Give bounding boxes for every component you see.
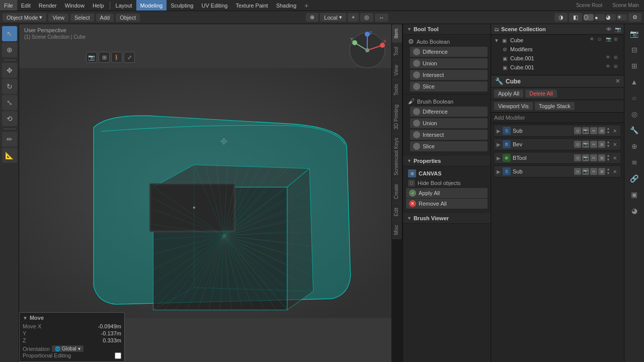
properties-physics-btn[interactable]: ≋ xyxy=(627,155,642,170)
transform-pivot[interactable]: ⊕ xyxy=(306,13,318,22)
mod-sub1-cage[interactable]: ⊞ xyxy=(598,127,605,134)
workspace-layout[interactable]: Layout xyxy=(112,0,136,11)
brush-intersect-btn[interactable]: Intersect xyxy=(410,130,488,140)
cube001-2-vis-btn[interactable]: 👁 xyxy=(606,64,613,71)
mod-bev-down[interactable]: ▼ xyxy=(606,144,610,148)
properties-section-header[interactable]: ▼ Properties xyxy=(403,156,491,166)
modifier-btool-expand[interactable]: ▶ xyxy=(497,155,501,161)
hide-bool-checkbox[interactable]: □ xyxy=(408,179,415,187)
mod-sub1-down[interactable]: ▼ xyxy=(606,131,610,135)
mod-bev-vis-render[interactable]: 📷 xyxy=(582,141,589,148)
apply-all-btn[interactable]: ✓ Apply All xyxy=(406,188,488,198)
modifier-sub-1-expand[interactable]: ▶ xyxy=(497,128,501,134)
cube-visibility-btn[interactable]: 👁 xyxy=(590,37,597,44)
workspace-modeling[interactable]: Modeling xyxy=(136,0,167,11)
scene-item-cube001-1[interactable]: ▣ Cube.001 👁 ⊞ xyxy=(491,54,624,63)
transform-orientation[interactable]: Local ▾ xyxy=(320,13,346,22)
mod-btool-delete[interactable]: ✕ xyxy=(611,154,618,161)
modifier-bev-header[interactable]: ▶ B Bev ⊙ 📷 ✏ ⊞ ▲ ▼ ✕ xyxy=(494,139,621,150)
properties-object-btn[interactable]: ◎ xyxy=(627,107,642,122)
cube001-1-filter-btn[interactable]: ⊞ xyxy=(614,55,621,62)
render-region-btn[interactable]: ⊞ xyxy=(99,52,110,63)
properties-view-btn[interactable]: ⊞ xyxy=(627,58,642,73)
mod-btool-vis-render[interactable]: 📷 xyxy=(582,154,589,161)
move-tool[interactable]: ✥ xyxy=(2,63,17,78)
scene-visibility-btn[interactable]: 👁 xyxy=(606,27,611,32)
scene-item-cube001-2[interactable]: ▣ Cube.001 👁 ⊞ xyxy=(491,63,624,72)
xray-toggle[interactable]: ◧ xyxy=(569,13,582,22)
apply-all-quick-btn[interactable]: Apply All xyxy=(494,89,523,98)
select-tool[interactable]: ↖ xyxy=(2,26,17,41)
mod-sub2-cage[interactable]: ⊞ xyxy=(598,168,605,175)
bool-tool-header[interactable]: ▼ Bool Tool xyxy=(403,24,491,35)
vtab-tool[interactable]: Tool xyxy=(392,42,402,60)
rotate-tool[interactable]: ↻ xyxy=(2,79,17,94)
overlay-toggle[interactable]: ◑ xyxy=(554,13,568,22)
camera-view-btn[interactable]: 📷 xyxy=(86,52,97,63)
auto-difference-btn[interactable]: Difference xyxy=(410,47,488,57)
proportional-checkbox[interactable] xyxy=(115,352,121,359)
mod-sub2-vis-render[interactable]: 📷 xyxy=(582,168,589,175)
properties-world-btn[interactable]: ○ xyxy=(627,90,642,106)
cube-filter-btn[interactable]: ⊞ xyxy=(614,37,621,44)
scene-item-modifiers[interactable]: ⚙ Modifiers xyxy=(491,45,624,54)
properties-output-btn[interactable]: ⊟ xyxy=(627,42,642,57)
mod-btool-vis-edit[interactable]: ✏ xyxy=(590,154,597,161)
solid-mode[interactable]: ● xyxy=(595,14,605,21)
mod-btool-cage[interactable]: ⊞ xyxy=(598,154,605,161)
menu-render[interactable]: Render xyxy=(35,0,61,11)
brush-viewer-section-header[interactable]: ▼ Brush Viewer xyxy=(403,213,491,224)
properties-data-btn[interactable]: ▣ xyxy=(627,187,642,202)
mod-bev-vis-edit[interactable]: ✏ xyxy=(590,141,597,148)
cube001-1-vis-btn[interactable]: 👁 xyxy=(606,55,613,62)
properties-particles-btn[interactable]: ⊕ xyxy=(627,139,642,154)
vtab-misc[interactable]: Misc xyxy=(392,220,402,239)
viewport-vis-btn[interactable]: Viewport Vis xyxy=(494,102,533,110)
properties-constraints-btn[interactable]: 🔗 xyxy=(627,171,642,186)
remove-all-btn[interactable]: ✕ Remove All xyxy=(406,199,488,209)
mod-btool-vis-realtime[interactable]: ⊙ xyxy=(574,154,581,161)
mod-sub2-vis-realtime[interactable]: ⊙ xyxy=(574,168,581,175)
scale-tool[interactable]: ⤡ xyxy=(2,95,17,110)
render-mode[interactable]: ☀ xyxy=(617,14,627,21)
mod-bev-vis-realtime[interactable]: ⊙ xyxy=(574,141,581,148)
brush-difference-btn[interactable]: Difference xyxy=(410,107,488,117)
properties-render-btn[interactable]: 📷 xyxy=(627,26,642,41)
measure-tool[interactable]: 📐 xyxy=(2,148,17,163)
mod-sub1-vis-edit[interactable]: ✏ xyxy=(590,127,597,134)
mode-selector[interactable]: Object Mode ▾ xyxy=(3,13,46,22)
modifier-bev-expand[interactable]: ▶ xyxy=(497,142,501,147)
modifier-sub-2-header[interactable]: ▶ S Sub ⊙ 📷 ✏ ⊞ ▲ ▼ ✕ xyxy=(494,166,621,177)
select-menu[interactable]: Select xyxy=(70,14,94,22)
object-menu[interactable]: Object xyxy=(116,14,140,22)
properties-modifier-btn[interactable]: 🔧 xyxy=(627,123,642,138)
mod-sub1-delete[interactable]: ✕ xyxy=(611,127,618,134)
cube-viewport-btn[interactable]: ⊙ xyxy=(598,37,605,44)
orientation-selector[interactable]: 🌐 Global ▾ xyxy=(52,345,84,352)
vtab-edit[interactable]: Edit xyxy=(392,203,402,220)
mod-sub2-delete[interactable]: ✕ xyxy=(611,168,618,175)
snap-toggle[interactable]: ⌖ xyxy=(348,13,359,22)
modifier-btool-header[interactable]: ▶ ⊕ BTool ⊙ 📷 ✏ ⊞ ▲ ▼ ✕ xyxy=(494,152,621,163)
cube-render-btn[interactable]: 📷 xyxy=(606,37,613,44)
menu-window[interactable]: Window xyxy=(61,0,89,11)
brush-slice-btn[interactable]: Slice xyxy=(410,141,488,151)
mod-sub1-vis-render[interactable]: 📷 xyxy=(582,127,589,134)
transform-tool[interactable]: ↔ xyxy=(375,14,388,22)
vtab-screencast[interactable]: Screencast Keys xyxy=(392,133,402,179)
mod-bev-delete[interactable]: ✕ xyxy=(611,141,618,148)
fullscreen-btn[interactable]: ⤢ xyxy=(124,52,135,63)
vtab-3d-printing[interactable]: 3D Printing xyxy=(392,100,402,133)
auto-union-btn[interactable]: Union xyxy=(410,58,488,68)
modifier-close-btn[interactable]: ✕ xyxy=(615,78,620,84)
workspace-add[interactable]: + xyxy=(300,0,312,11)
annotate-tool[interactable]: ✏ xyxy=(2,132,17,147)
mod-btool-down[interactable]: ▼ xyxy=(606,158,610,162)
vtab-create[interactable]: Create xyxy=(392,179,402,203)
vtab-item[interactable]: Item xyxy=(392,24,402,42)
brush-union-btn[interactable]: Union xyxy=(410,118,488,128)
cube001-2-filter-btn[interactable]: ⊞ xyxy=(614,64,621,71)
proportional-edit[interactable]: ◎ xyxy=(360,13,373,22)
menu-file[interactable]: File xyxy=(0,0,17,11)
mod-sub1-vis-realtime[interactable]: ⊙ xyxy=(574,127,581,134)
